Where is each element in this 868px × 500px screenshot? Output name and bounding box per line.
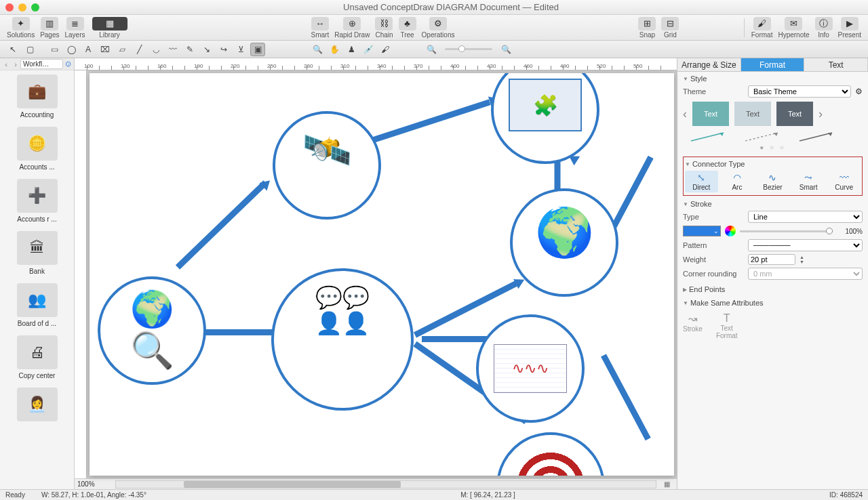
tb-library[interactable]: ▦ Library [92, 17, 127, 39]
theme-select[interactable]: Basic Theme [748, 85, 851, 98]
zoom-slider[interactable] [445, 48, 492, 50]
library-item[interactable]: 💼Accounting [0, 70, 74, 123]
arrow-style-3[interactable] [797, 130, 837, 144]
tb-right-present[interactable]: ▶Present [838, 17, 861, 39]
pan-tool[interactable]: ✋ [327, 43, 342, 56]
tb-right-format[interactable]: 🖌Format [751, 17, 773, 39]
tb-center-chain[interactable]: ⛓Chain [375, 17, 393, 39]
library-item[interactable]: ➕Accounts r ... [0, 175, 74, 227]
connector-type-smart[interactable]: ⤳Smart [792, 171, 825, 192]
inspector-tab-text[interactable]: Text [804, 58, 868, 71]
zoom-tool[interactable]: 🔍 [310, 43, 325, 56]
node-satellite[interactable]: 🛰️ [273, 111, 381, 220]
tb-main-solutions[interactable]: ✦Solutions [7, 17, 35, 39]
brush-tool[interactable]: 🖌 [378, 43, 393, 56]
rect-tool[interactable]: ▭ [47, 43, 62, 56]
theme-swatch-3[interactable]: Text [776, 102, 813, 126]
theme-pager[interactable]: ● ○ ○ [683, 144, 863, 151]
minimize-window-icon[interactable] [18, 3, 26, 12]
inspector-tab-format[interactable]: Format [741, 58, 805, 71]
section-stroke[interactable]: Stroke [683, 200, 863, 208]
ellipse-tool[interactable]: ◯ [64, 43, 79, 56]
theme-swatch-2[interactable]: Text [734, 102, 771, 126]
msa-stroke[interactable]: ↝Stroke [683, 312, 703, 339]
zoom-window-icon[interactable] [31, 3, 39, 12]
color-wheel-icon[interactable] [725, 226, 736, 236]
inspector-tab-arrange-size[interactable]: Arrange & Size [677, 58, 741, 71]
stroke-type-select[interactable]: Line [748, 211, 863, 223]
close-window-icon[interactable] [5, 3, 14, 12]
connector-type-direct[interactable]: ⤡Direct [685, 171, 718, 192]
arc-tool[interactable]: ◡ [149, 43, 163, 56]
drawing-canvas[interactable]: 🛰️ 🌍🔍 💬💬👤👤 🧩 🌍 ∿∿∿ [90, 73, 674, 476]
eyedropper-tool[interactable]: 💉 [361, 43, 376, 56]
weight-step-up[interactable]: ▲ [800, 255, 804, 259]
text-tool[interactable]: A [81, 43, 96, 56]
stroke-pattern-select[interactable]: ─────── [748, 239, 863, 251]
node-target[interactable] [496, 432, 605, 476]
library-item[interactable]: 🪙Accounts ... [0, 123, 74, 175]
pointer-tool[interactable]: ↖ [5, 43, 20, 56]
corner-rounding-select[interactable]: 0 mm [748, 268, 863, 280]
curve-tool[interactable]: 〰 [165, 43, 180, 56]
note-tool[interactable]: ▱ [115, 43, 130, 56]
stroke-color[interactable]: ⌄ [683, 226, 721, 236]
tb-snap-grid[interactable]: ⊟Grid [661, 17, 679, 39]
stamp-tool[interactable]: ♟ [344, 43, 359, 56]
svg-marker-5 [828, 133, 832, 136]
node-meeting[interactable]: 💬💬👤👤 [271, 268, 414, 411]
h-scrollbar[interactable] [115, 480, 656, 488]
connector-type-arc[interactable]: ◠Arc [721, 171, 754, 192]
connector-type-curve[interactable]: 〰Curve [827, 171, 861, 192]
library-item[interactable]: 👥Board of d ... [0, 279, 74, 331]
library-next[interactable]: › [11, 60, 20, 68]
smart-connector-tool[interactable]: ↪ [216, 43, 231, 56]
zoom-in-icon[interactable]: 🔍 [498, 43, 513, 56]
container-tool[interactable]: ▣ [250, 43, 265, 56]
node-waveform[interactable]: ∿∿∿ [476, 314, 585, 423]
msa-text-format[interactable]: TText Format [716, 312, 738, 339]
section-endpoints[interactable]: End Points [683, 285, 863, 293]
theme-prev[interactable]: ‹ [683, 107, 687, 121]
node-puzzle-map[interactable]: 🧩 [491, 73, 599, 164]
library-selector[interactable]: Workfl… [20, 59, 63, 69]
library-menu[interactable]: ⊙ [63, 60, 73, 68]
tb-main-pages[interactable]: ▥Pages [40, 17, 59, 39]
zoom-readout[interactable]: 100% [75, 480, 115, 488]
join-tool[interactable]: ⊻ [233, 43, 248, 56]
tb-right-hypernote[interactable]: ✉Hypernote [778, 17, 809, 39]
stroke-weight-input[interactable] [748, 254, 795, 265]
arrow-style-2[interactable] [743, 130, 783, 144]
section-connector-type[interactable]: Connector Type [685, 160, 861, 168]
tb-right-info[interactable]: ⓘInfo [815, 17, 833, 39]
theme-swatch-1[interactable]: Text [692, 102, 729, 126]
library-item[interactable]: 🖨Copy center [0, 331, 74, 383]
tb-main-layers[interactable]: ≣Layers [65, 17, 85, 39]
opacity-slider[interactable] [740, 230, 833, 232]
weight-step-down[interactable]: ▼ [800, 259, 804, 264]
tb-snap-snap[interactable]: ⊞Snap [638, 17, 656, 39]
arrow-style-1[interactable] [688, 130, 729, 144]
tb-center-tree[interactable]: ♣Tree [399, 17, 416, 39]
theme-settings-icon[interactable]: ⚙ [855, 87, 863, 96]
library-item[interactable]: 👩‍💼 [0, 383, 74, 428]
tb-center-operations[interactable]: ⚙Operations [422, 17, 455, 39]
line-tool[interactable]: ╱ [132, 43, 146, 56]
textbox-tool[interactable]: ⌧ [98, 43, 113, 56]
node-globe[interactable]: 🌍 [510, 188, 618, 297]
theme-next[interactable]: › [818, 107, 823, 121]
connector-type-bezier[interactable]: ∿Bezier [756, 171, 789, 192]
section-style[interactable]: Style [683, 75, 863, 83]
zoom-out-icon[interactable]: 🔍 [424, 43, 439, 56]
section-msa[interactable]: Make Same Attributes [683, 299, 863, 307]
pencil-tool[interactable]: ✎ [182, 43, 197, 56]
library-item[interactable]: 🏛Bank [0, 227, 74, 279]
library-prev[interactable]: ‹ [1, 60, 11, 68]
text-marquee-tool[interactable]: ▢ [22, 43, 37, 56]
node-search-globe[interactable]: 🌍🔍 [98, 276, 206, 385]
titlebar: Unsaved ConceptDraw DIAGRAM Document — E… [0, 0, 868, 15]
tb-center-rapid-draw[interactable]: ⊕Rapid Draw [334, 17, 370, 39]
connector-tool[interactable]: ↘ [199, 43, 214, 56]
tb-center-smart[interactable]: ↔Smart [311, 17, 329, 39]
tb-center-icon: ↔ [311, 17, 329, 30]
